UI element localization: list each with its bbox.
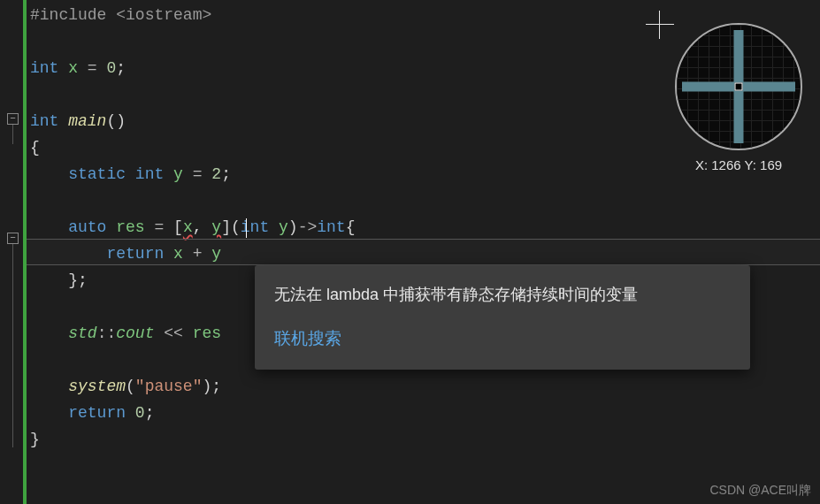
number-literal: 0 [106, 59, 116, 77]
var-name: y [211, 245, 221, 263]
code-line: auto res = [x, y](int y)->int{ [30, 214, 816, 241]
error-tooltip: 无法在 lambda 中捕获带有静态存储持续时间的变量 联机搜索 [255, 265, 750, 370]
paren: ); [202, 378, 221, 395]
operator: = [88, 59, 97, 77]
var-name: x [68, 59, 78, 77]
magnifier-center-icon [735, 83, 743, 91]
type-keyword: int [30, 112, 58, 130]
var-name: x [173, 245, 183, 263]
brace: } [30, 431, 40, 448]
var-name: res [116, 218, 144, 236]
func-call: system [68, 378, 126, 395]
brace: { [346, 218, 356, 236]
var-name: y [173, 165, 183, 183]
type-keyword: int [241, 218, 269, 236]
magnifier-coords: X: 1266 Y: 169 [675, 157, 802, 172]
editor-pane: #include <iostream> int x = 0; int main(… [0, 0, 820, 504]
code-line: } [30, 426, 816, 453]
brace: }; [68, 271, 88, 289]
string-literal: "pause" [135, 378, 203, 395]
bracket: [ [173, 218, 183, 236]
capture-var-error: x [183, 218, 193, 236]
operator: -> [298, 218, 318, 236]
comma: , [193, 218, 203, 236]
brace: { [30, 139, 40, 157]
namespace: std [68, 325, 96, 342]
code-line [30, 187, 816, 214]
code-line: return 0; [30, 400, 816, 426]
magnifier-lens [675, 23, 802, 150]
operator: + [193, 245, 203, 263]
fold-button-lambda[interactable] [7, 233, 19, 244]
operator: = [154, 218, 164, 236]
param-name: y [279, 218, 288, 236]
keyword: auto [68, 218, 106, 236]
keyword: return [106, 245, 164, 263]
tooltip-message: 无法在 lambda 中捕获带有静态存储持续时间的变量 [274, 283, 731, 307]
number-literal: 0 [135, 404, 145, 422]
gutter [0, 0, 27, 504]
online-search-link[interactable]: 联机搜索 [274, 326, 731, 352]
operator: :: [97, 325, 117, 342]
code-line: return x + y [30, 241, 816, 267]
code-line: system("pause"); [30, 373, 816, 400]
fold-button-main[interactable] [7, 113, 19, 125]
preproc-keyword: #include [30, 6, 106, 24]
var-name: res [193, 325, 221, 342]
keyword: static [68, 165, 126, 183]
capture-var-error: y [211, 218, 221, 236]
parens: () [106, 112, 126, 130]
type-keyword: int [30, 59, 58, 77]
bracket: ] [221, 218, 231, 236]
fold-line [12, 244, 13, 447]
text-caret-icon [246, 218, 247, 238]
keyword: return [68, 404, 126, 422]
type-keyword: int [135, 165, 164, 183]
func-name: main [68, 112, 106, 130]
watermark: CSDN @ACE叫牌 [709, 483, 811, 499]
paren: ) [288, 218, 298, 236]
paren: ( [126, 378, 135, 395]
paren: ( [231, 218, 241, 236]
operator: << [164, 325, 183, 342]
operator: = [193, 165, 203, 183]
number-literal: 2 [211, 165, 221, 183]
pixel-magnifier: X: 1266 Y: 169 [675, 23, 802, 172]
semicolon: ; [145, 404, 155, 422]
type-keyword: int [317, 218, 345, 236]
stream: cout [116, 325, 154, 342]
fold-line [12, 125, 13, 144]
include-header: <iostream> [116, 6, 211, 24]
